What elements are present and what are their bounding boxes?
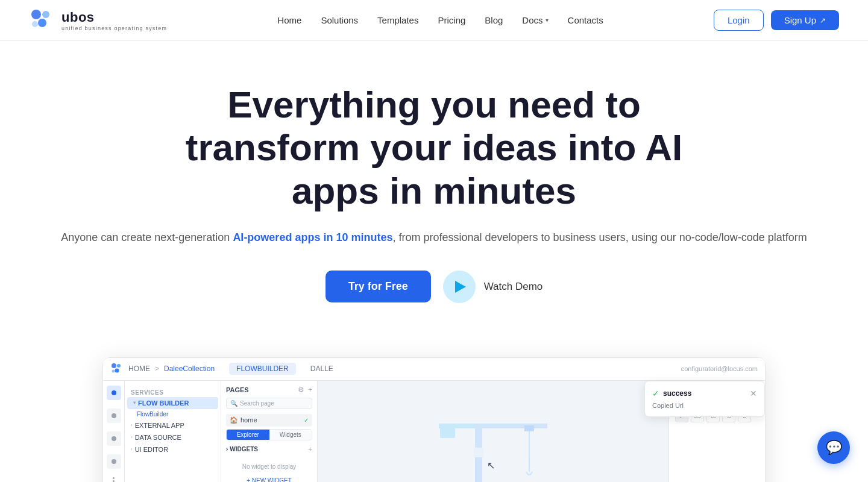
chevron-down-icon: ▾ — [546, 17, 549, 23]
widgets-label: › WIDGETS — [226, 446, 258, 452]
breadcrumb-home: HOME — [128, 365, 150, 373]
widgets-section-header: › WIDGETS + — [226, 445, 312, 454]
play-circle-icon — [443, 271, 476, 303]
add-widget-button[interactable]: + NEW WIDGET — [226, 477, 312, 482]
sidebar-item-external[interactable]: › EXTERNAL APP — [125, 419, 221, 431]
logo[interactable]: ubos unified business operating system — [29, 7, 167, 34]
more-dots — [113, 477, 115, 482]
logo-icon — [29, 7, 55, 34]
app-topbar: HOME > DaleeCollection FLOWBUILDER DALLE… — [103, 358, 765, 381]
svg-rect-14 — [440, 426, 455, 438]
watch-demo-button[interactable]: Watch Demo — [443, 271, 543, 303]
more-dot-2 — [113, 480, 115, 482]
tab-flowbuilder[interactable]: FLOWBUILDER — [229, 363, 296, 375]
svg-rect-15 — [474, 448, 483, 457]
nav-item-blog[interactable]: Blog — [485, 15, 503, 25]
svg-rect-12 — [524, 425, 534, 431]
mock-app: HOME > DaleeCollection FLOWBUILDER DALLE… — [103, 358, 765, 482]
navbar: ubos unified business operating system H… — [0, 0, 868, 41]
app-screenshot: HOME > DaleeCollection FLOWBUILDER DALLE… — [102, 357, 766, 482]
search-placeholder-text: Search page — [240, 400, 274, 407]
chat-icon: 💬 — [826, 440, 842, 455]
add-page-icon[interactable]: + — [308, 386, 312, 394]
svg-point-3 — [32, 21, 38, 27]
settings-dot — [112, 436, 116, 441]
svg-point-7 — [112, 370, 115, 373]
breadcrumb-separator: > — [155, 365, 159, 373]
hero-cta: Try for Free Watch Demo — [29, 271, 839, 303]
add-widget-icon[interactable]: + — [308, 445, 312, 454]
notification-status: success — [663, 389, 691, 398]
app-topbar-logo-icon — [110, 362, 124, 375]
chat-fab-button[interactable]: 💬 — [817, 431, 850, 464]
page-item-home[interactable]: 🏠 home ✓ — [226, 414, 312, 427]
svg-point-1 — [42, 11, 49, 18]
nav-item-pricing[interactable]: Pricing — [438, 15, 465, 25]
icon-bar — [103, 381, 125, 482]
sidebar-item-datasource[interactable]: › DATA SOURCE — [125, 431, 221, 443]
tab-widgets[interactable]: Widgets — [269, 430, 312, 440]
search-box[interactable]: 🔍 Search page — [226, 398, 312, 409]
sidebar: SERVICES ▾ FLOW BUILDER FlowBuilder › EX… — [125, 381, 221, 482]
hero-subtitle: Anyone can create next-generation AI-pow… — [29, 229, 839, 246]
tools-dot — [112, 459, 116, 464]
home-dot — [112, 390, 116, 395]
external-link-icon: ↗ — [820, 16, 826, 25]
signup-button[interactable]: Sign Up ↗ — [771, 10, 839, 30]
hero-title: Everything you need to transform your id… — [163, 83, 705, 212]
sidebar-chevron-datasource-icon: › — [131, 434, 133, 440]
icon-bar-home[interactable] — [107, 386, 121, 400]
svg-point-5 — [117, 364, 121, 368]
panel-tabs: Explorer Widgets — [226, 429, 312, 440]
svg-point-4 — [112, 363, 116, 368]
nav-item-docs[interactable]: Docs ▾ — [522, 15, 548, 25]
sidebar-chevron-icon: ▾ — [133, 400, 136, 405]
pages-panel-header: PAGES ⚙ + — [226, 386, 312, 394]
logo-title: ubos — [61, 10, 167, 25]
sidebar-chevron-external-icon: › — [131, 422, 133, 428]
logo-text: ubos unified business operating system — [61, 10, 167, 31]
nav-item-contacts[interactable]: Contacts — [568, 15, 603, 25]
notification-overlay: ✓ success ✕ Copied Url — [644, 381, 765, 417]
sidebar-item-uieditor[interactable]: › UI EDITOR — [125, 443, 221, 455]
tab-dalle[interactable]: DALLE — [303, 363, 341, 375]
nav-actions: Login Sign Up ↗ — [714, 10, 839, 31]
icon-bar-users[interactable] — [107, 408, 121, 423]
users-dot — [112, 413, 116, 418]
notification-message: Copied Url — [652, 402, 757, 409]
nav-item-solutions[interactable]: Solutions — [321, 15, 358, 25]
app-preview-wrapper: HOME > DaleeCollection FLOWBUILDER DALLE… — [0, 357, 868, 482]
tab-explorer[interactable]: Explorer — [227, 430, 269, 440]
nav-item-templates[interactable]: Templates — [377, 15, 418, 25]
watch-demo-label: Watch Demo — [484, 281, 543, 293]
hero-section: Everything you need to transform your id… — [0, 41, 868, 357]
sidebar-section-label: SERVICES — [125, 386, 221, 397]
cursor-indicator: ↖ — [487, 460, 495, 471]
login-button[interactable]: Login — [714, 10, 764, 31]
notification-header: ✓ success ✕ — [652, 389, 757, 398]
nav-links: Home Solutions Templates Pricing Blog Do… — [277, 15, 603, 25]
sidebar-item-flowbuilder[interactable]: ▾ FLOW BUILDER — [127, 397, 218, 409]
breadcrumb-current: DaleeCollection — [164, 365, 215, 373]
logo-subtitle: unified business operating system — [61, 25, 167, 31]
empty-widgets-text: No widget to display — [226, 456, 312, 477]
success-check-icon: ✓ — [652, 389, 659, 398]
sidebar-sub-flowbuilder[interactable]: FlowBuilder — [125, 409, 221, 419]
icon-bar-tools[interactable] — [107, 454, 121, 469]
notification-close-icon[interactable]: ✕ — [750, 389, 757, 398]
nav-item-home[interactable]: Home — [277, 15, 301, 25]
canvas-area: ↖ — [318, 381, 668, 482]
svg-point-0 — [31, 10, 41, 19]
chevron-widgets-icon: › — [226, 446, 228, 452]
topbar-email: configuratorid@locus.com — [681, 365, 758, 372]
search-icon: 🔍 — [230, 400, 237, 407]
sidebar-chevron-ui-icon: › — [131, 446, 133, 452]
svg-point-6 — [115, 369, 119, 373]
gear-icon[interactable]: ⚙ — [298, 386, 304, 394]
play-triangle-icon — [455, 281, 466, 293]
icon-bar-settings[interactable] — [107, 431, 121, 446]
svg-point-2 — [38, 19, 46, 27]
home-icon: 🏠 — [230, 416, 238, 424]
try-for-free-button[interactable]: Try for Free — [326, 271, 431, 302]
more-dot-1 — [113, 477, 115, 479]
